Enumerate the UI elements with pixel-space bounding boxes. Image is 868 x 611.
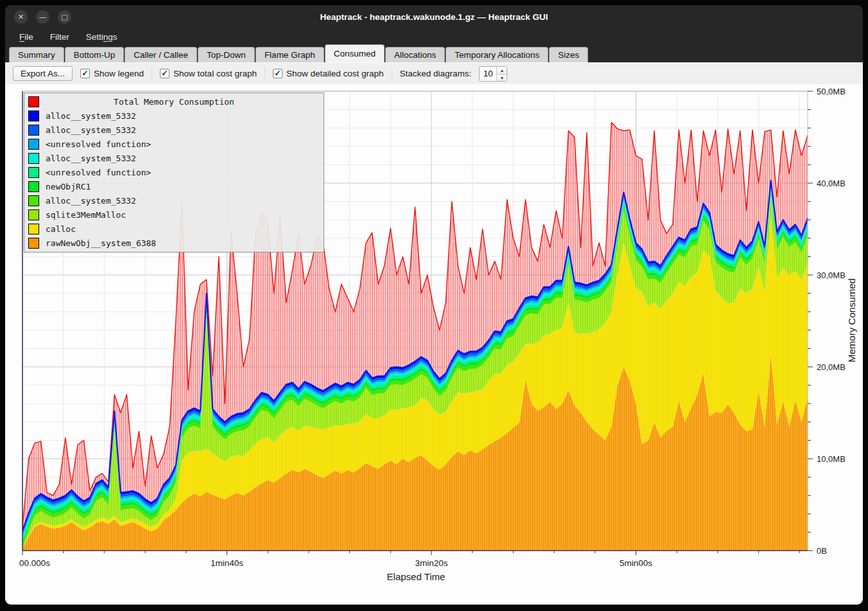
legend-item: rawNewObj__system_6388 (24, 236, 324, 250)
menu-item-file[interactable]: File (19, 32, 33, 42)
svg-text:00.000s: 00.000s (19, 558, 50, 568)
legend-item: alloc__system_5332 (24, 123, 324, 137)
x-axis-title: Elapsed Time (5, 571, 827, 582)
window-controls: ✕—▢ (5, 10, 71, 24)
legend-label: newObjRC1 (46, 182, 91, 191)
svg-text:1min40s: 1min40s (211, 558, 243, 568)
checkbox-check-icon: ✓ (160, 69, 169, 78)
legend-swatch (28, 139, 39, 150)
tab-allocations[interactable]: Allocations (385, 47, 445, 62)
tab-flame-graph[interactable]: Flame Graph (256, 47, 324, 62)
y-axis-title: Memory Consumed (844, 237, 859, 404)
checkbox-label: Show detailed cost graph (286, 69, 384, 78)
close-button[interactable]: ✕ (14, 10, 28, 24)
checkbox-show-detailed-cost-graph[interactable]: ✓Show detailed cost graph (273, 69, 384, 78)
legend-item: alloc__system_5332 (24, 109, 324, 123)
maximize-button[interactable]: ▢ (58, 10, 71, 24)
legend-label: sqlite3MemMalloc (46, 210, 126, 220)
tab-sizes[interactable]: Sizes (549, 47, 588, 62)
legend-item: <unresolved function> (24, 137, 324, 151)
legend-label: <unresolved function> (46, 168, 151, 177)
screen: ✕—▢ Heaptrack - heaptrack.wakunode.1.gz … (0, 0, 868, 611)
minimize-button[interactable]: — (36, 10, 49, 24)
tab-temporary-allocations[interactable]: Temporary Allocations (446, 47, 548, 62)
svg-text:40,0MB: 40,0MB (817, 179, 846, 188)
svg-text:0B: 0B (817, 546, 827, 556)
legend-label: alloc__system_5332 (46, 196, 136, 206)
legend-swatch (28, 224, 39, 235)
legend-swatch (28, 209, 39, 220)
checkbox-check-icon: ✓ (80, 69, 90, 78)
menu-item-filter[interactable]: Filter (50, 32, 69, 42)
toolbar-checkboxes: ✓Show legend✓Show total cost graph✓Show … (80, 67, 384, 80)
legend-swatch (28, 238, 39, 249)
export-as-button[interactable]: Export As... (13, 66, 73, 81)
menu-item-settings[interactable]: Settings (86, 32, 117, 42)
legend-item: newObjRC1 (24, 179, 324, 193)
legend-swatch (28, 167, 39, 178)
legend-swatch (28, 195, 39, 206)
legend-item: calloc (24, 222, 324, 236)
toolbar-separator (265, 67, 265, 80)
checkbox-check-icon: ✓ (273, 69, 282, 78)
toolbar-separator (152, 67, 152, 80)
legend-label: alloc__system_5332 (46, 111, 136, 121)
consumed-chart-panel: 00.000s1min40s3min20s5min00s0B10,0MB20,0… (5, 84, 863, 605)
checkbox-label: Show legend (94, 69, 144, 78)
menu-bar: FileFilterSettings (5, 29, 863, 44)
toolbar-separator (392, 67, 392, 80)
tab-summary[interactable]: Summary (9, 47, 64, 62)
svg-text:10,0MB: 10,0MB (817, 454, 846, 464)
title-bar: ✕—▢ Heaptrack - heaptrack.wakunode.1.gz … (5, 5, 863, 29)
chart-legend: Total Memory Consumptionalloc__system_53… (24, 93, 324, 252)
spinner-up-icon[interactable]: ▲ (497, 67, 507, 75)
spinner-down-icon[interactable]: ▼ (497, 75, 507, 82)
legend-swatch (28, 153, 39, 164)
svg-text:30,0MB: 30,0MB (817, 270, 846, 280)
legend-label: <unresolved function> (46, 139, 151, 149)
legend-label: alloc__system_5332 (46, 125, 136, 135)
tab-caller-callee[interactable]: Caller / Callee (125, 47, 197, 62)
legend-swatch-total (28, 96, 39, 107)
tab-consumed[interactable]: Consumed (325, 44, 385, 62)
svg-text:3min20s: 3min20s (415, 558, 447, 568)
legend-item: alloc__system_5332 (24, 151, 324, 165)
legend-swatch (28, 181, 39, 192)
legend-swatch (28, 111, 39, 121)
stacked-diagrams-label: Stacked diagrams: (400, 69, 472, 78)
legend-swatch (28, 125, 39, 136)
legend-label: alloc__system_5332 (46, 154, 136, 163)
svg-text:50,0MB: 50,0MB (817, 87, 846, 96)
checkbox-show-legend[interactable]: ✓Show legend (80, 69, 144, 78)
toolbar: Export As... ✓Show legend✓Show total cos… (5, 62, 863, 84)
tab-bottom-up[interactable]: Bottom-Up (65, 47, 125, 62)
legend-title: Total Memory Consumption (46, 97, 302, 107)
stacked-diagrams-value: 10 (480, 67, 496, 81)
legend-item: alloc__system_5332 (24, 193, 324, 208)
legend-label: rawNewObj__system_6388 (46, 238, 156, 248)
heaptrack-window: ✕—▢ Heaptrack - heaptrack.wakunode.1.gz … (5, 5, 863, 605)
legend-label: calloc (46, 224, 76, 234)
window-title: Heaptrack - heaptrack.wakunode.1.gz — He… (5, 12, 863, 22)
legend-item: sqlite3MemMalloc (24, 208, 324, 222)
checkbox-label: Show total cost graph (173, 69, 257, 78)
svg-text:5min00s: 5min00s (620, 558, 652, 568)
tab-top-down[interactable]: Top-Down (198, 47, 255, 62)
legend-title-row: Total Memory Consumption (24, 94, 324, 109)
legend-item: <unresolved function> (24, 165, 324, 179)
checkbox-show-total-cost-graph[interactable]: ✓Show total cost graph (160, 69, 257, 78)
tab-bar: SummaryBottom-UpCaller / CalleeTop-DownF… (5, 44, 863, 62)
svg-text:20,0MB: 20,0MB (817, 362, 846, 372)
stacked-diagrams-spinner[interactable]: 10 ▲ ▼ (479, 66, 507, 82)
